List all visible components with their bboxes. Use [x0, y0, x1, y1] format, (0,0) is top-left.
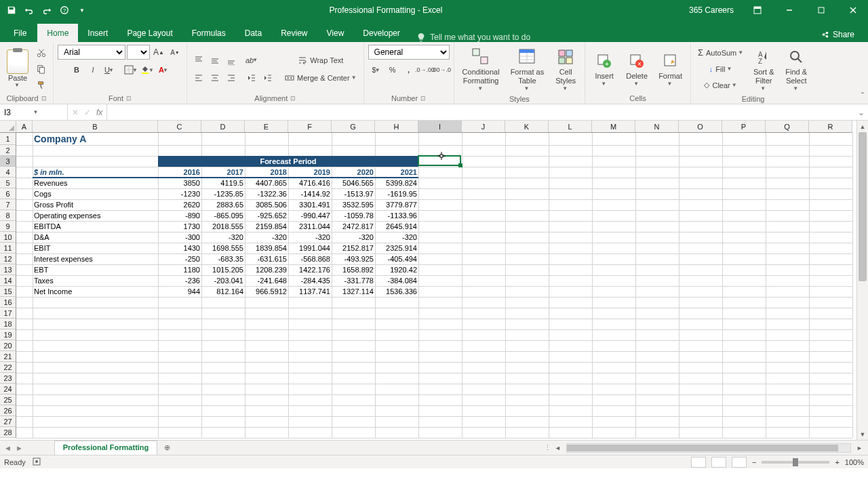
find-select-button[interactable]: Find & Select▼ — [781, 45, 811, 94]
cell[interactable]: 1208.239 — [245, 264, 288, 275]
cell[interactable]: 1698.555 — [201, 243, 245, 253]
cell[interactable]: Interest expenses — [33, 253, 158, 264]
cell[interactable]: 1422.176 — [288, 264, 332, 275]
cancel-formula-icon[interactable]: ✕ — [72, 108, 79, 117]
cell[interactable]: 944 — [158, 286, 201, 297]
cell[interactable]: 2883.65 — [201, 199, 245, 210]
percent-icon[interactable]: % — [385, 62, 400, 77]
sheet-nav-next-icon[interactable]: ► — [16, 444, 23, 452]
cell[interactable]: 812.164 — [201, 286, 245, 297]
cell[interactable]: 2020 — [332, 167, 375, 178]
cell[interactable]: -1235.85 — [201, 188, 245, 199]
row-header-3[interactable]: 3 — [0, 156, 16, 167]
cell[interactable]: -203.041 — [201, 275, 245, 286]
cell[interactable]: 3532.595 — [332, 199, 375, 210]
enter-formula-icon[interactable]: ✓ — [84, 108, 91, 117]
cell[interactable]: -320 — [201, 232, 245, 243]
formula-input[interactable] — [107, 104, 854, 120]
cell[interactable]: Revenues — [33, 178, 158, 188]
cell[interactable]: 3850 — [158, 178, 201, 188]
format-as-table-button[interactable]: Format as Table▼ — [507, 45, 549, 94]
format-cells-button[interactable]: Format▼ — [654, 49, 686, 89]
col-header-K[interactable]: K — [505, 121, 549, 132]
bold-icon[interactable]: B — [69, 62, 84, 77]
tab-data[interactable]: Data — [235, 24, 271, 42]
row-header-11[interactable]: 11 — [0, 243, 16, 253]
row-header-24[interactable]: 24 — [0, 384, 16, 394]
cell[interactable]: -250 — [158, 253, 201, 264]
align-center-icon[interactable] — [208, 70, 222, 85]
account-name[interactable]: 365 Careers — [682, 5, 741, 15]
row-header-21[interactable]: 21 — [0, 351, 16, 362]
zoom-level[interactable]: 100% — [845, 458, 864, 466]
scroll-left-icon[interactable]: ◄ — [552, 445, 564, 451]
fill-color-icon[interactable]: ▼ — [140, 62, 155, 77]
tab-home[interactable]: Home — [37, 24, 78, 42]
cell[interactable]: -331.778 — [332, 275, 375, 286]
row-header-23[interactable]: 23 — [0, 373, 16, 384]
close-icon[interactable] — [837, 0, 868, 20]
row-header-16[interactable]: 16 — [0, 297, 16, 308]
underline-icon[interactable]: U▼ — [102, 62, 117, 77]
cell[interactable]: -236 — [158, 275, 201, 286]
cell[interactable]: 2018 — [245, 167, 288, 178]
delete-cells-button[interactable]: ×Delete▼ — [622, 49, 652, 89]
scroll-up-icon[interactable]: ▲ — [857, 121, 868, 132]
tab-page-layout[interactable]: Page Layout — [117, 24, 182, 42]
cell[interactable]: Company A — [33, 133, 158, 145]
format-painter-icon[interactable] — [34, 78, 49, 93]
cell[interactable]: 2016 — [158, 167, 201, 178]
share-button[interactable]: Share — [814, 27, 861, 42]
row-header-6[interactable]: 6 — [0, 188, 16, 199]
cell[interactable]: 1180 — [158, 264, 201, 275]
font-name-select[interactable]: Arial — [58, 45, 125, 60]
cell[interactable]: -300 — [158, 232, 201, 243]
cell[interactable]: 2019 — [288, 167, 332, 178]
col-header-O[interactable]: O — [679, 121, 722, 132]
cell[interactable]: -493.925 — [332, 253, 375, 264]
cell[interactable]: EBIT — [33, 243, 158, 253]
tab-developer[interactable]: Developer — [353, 24, 410, 42]
increase-font-icon[interactable]: A▲ — [151, 45, 166, 60]
italic-icon[interactable]: I — [85, 62, 100, 77]
cell[interactable]: 2021 — [375, 167, 418, 178]
scroll-right-icon[interactable]: ► — [854, 445, 865, 451]
cell[interactable]: -1322.36 — [245, 188, 288, 199]
cell[interactable]: -405.494 — [375, 253, 418, 264]
redo-icon[interactable] — [39, 3, 54, 18]
ribbon-display-icon[interactable] — [742, 0, 772, 20]
orientation-icon[interactable]: ab▼ — [244, 53, 259, 68]
maximize-icon[interactable] — [806, 0, 836, 20]
cell[interactable]: -320 — [245, 232, 288, 243]
sort-filter-button[interactable]: AZSort & Filter▼ — [749, 45, 778, 94]
align-bottom-icon[interactable] — [224, 53, 239, 68]
decrease-indent-icon[interactable] — [244, 70, 259, 85]
row-header-28[interactable]: 28 — [0, 427, 16, 438]
cell[interactable]: -284.435 — [288, 275, 332, 286]
row-header-2[interactable]: 2 — [0, 145, 16, 156]
tab-view[interactable]: View — [317, 24, 354, 42]
normal-view-icon[interactable] — [691, 457, 706, 468]
row-header-18[interactable]: 18 — [0, 319, 16, 329]
page-layout-view-icon[interactable] — [711, 457, 726, 468]
cell[interactable]: 5399.824 — [375, 178, 418, 188]
align-middle-icon[interactable] — [208, 53, 222, 68]
hscroll-thumb[interactable] — [567, 445, 838, 451]
cell[interactable]: 3301.491 — [288, 199, 332, 210]
cell[interactable]: -1230 — [158, 188, 201, 199]
cell[interactable]: 1730 — [158, 221, 201, 232]
cell[interactable]: 2325.914 — [375, 243, 418, 253]
cell[interactable]: -384.084 — [375, 275, 418, 286]
tab-file[interactable]: File — [3, 24, 37, 42]
align-right-icon[interactable] — [224, 70, 239, 85]
cell[interactable]: 2645.914 — [375, 221, 418, 232]
cell[interactable]: -241.648 — [245, 275, 288, 286]
cell[interactable]: Gross Profit — [33, 199, 158, 210]
row-header-17[interactable]: 17 — [0, 308, 16, 319]
cell[interactable]: EBITDA — [33, 221, 158, 232]
qat-customize-icon[interactable]: ▼ — [75, 3, 90, 18]
alignment-launcher-icon[interactable]: ⊡ — [290, 95, 296, 102]
col-header-L[interactable]: L — [549, 121, 592, 132]
cell[interactable]: Net Income — [33, 286, 158, 297]
autosum-button[interactable]: ΣAutoSum▼ — [695, 45, 746, 60]
